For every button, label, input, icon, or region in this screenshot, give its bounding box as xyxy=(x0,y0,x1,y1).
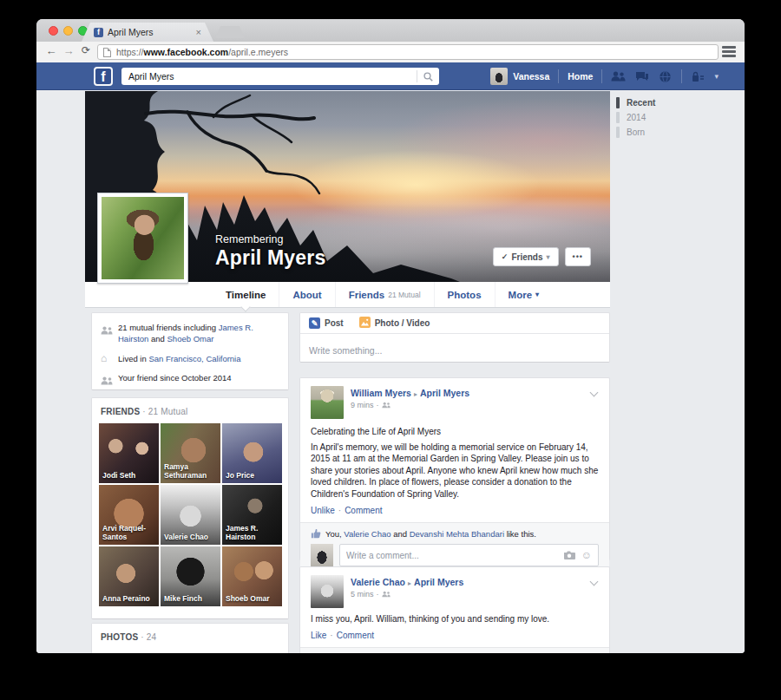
post-composer: ✎ Post Photo / Video xyxy=(299,312,610,363)
search-icon[interactable] xyxy=(417,70,439,82)
comment-input[interactable] xyxy=(346,551,558,560)
timeline-nav-recent[interactable]: Recent xyxy=(616,95,694,110)
profile-shortcut[interactable]: Vanessa xyxy=(490,68,549,85)
arrow-separator-icon: ▸ xyxy=(408,579,411,587)
likes-summary: William Myers likes this. xyxy=(300,648,609,653)
post-title: Celebrating the Life of April Myers xyxy=(311,427,599,436)
more-options-button[interactable]: ••• xyxy=(565,247,591,266)
user-avatar xyxy=(490,68,508,85)
unlike-link[interactable]: Unlike xyxy=(311,506,335,515)
tab-more[interactable]: More ▾ xyxy=(495,282,553,307)
browser-toolbar: ← → ⟳ https://www.facebook.com/april.e.m… xyxy=(36,42,745,62)
privacy-shortcuts-icon[interactable] xyxy=(691,69,706,84)
close-window-button[interactable] xyxy=(49,26,58,36)
facebook-header: f Vanessa Home xyxy=(36,62,745,90)
forward-button[interactable]: → xyxy=(61,44,76,57)
about-summary-box: 21 mutual friends including James R. Hai… xyxy=(91,312,289,390)
profile-picture[interactable] xyxy=(97,193,188,284)
url-bar[interactable]: https://www.facebook.com/april.e.meyers xyxy=(97,44,719,60)
remembering-label: Remembering xyxy=(215,233,325,245)
chevron-down-icon: ▾ xyxy=(547,253,550,261)
tab-title: April Myers xyxy=(108,27,193,37)
post-menu-chevron-icon[interactable] xyxy=(590,578,599,586)
profile-picture-image xyxy=(102,197,184,279)
facebook-logo[interactable]: f xyxy=(94,67,113,86)
friend-tile[interactable]: Mike Finch xyxy=(161,546,220,606)
author-link[interactable]: Valerie Chao xyxy=(351,577,405,587)
comment-link[interactable]: Comment xyxy=(345,506,382,515)
post-valerie-chao: Valerie Chao▸April Myers 5 mins · I miss… xyxy=(299,566,610,653)
friends-status-button[interactable]: ✓ Friends ▾ xyxy=(493,247,559,266)
friend-tile[interactable]: Valerie Chao xyxy=(161,485,220,545)
timestamp[interactable]: 5 mins xyxy=(351,590,374,599)
author-avatar[interactable] xyxy=(311,386,344,419)
composer-photo-tab[interactable]: Photo / Video xyxy=(359,317,430,330)
reload-button[interactable]: ⟳ xyxy=(78,44,94,56)
post-menu-chevron-icon[interactable] xyxy=(590,389,599,397)
minimize-window-button[interactable] xyxy=(63,26,73,36)
tab-close-icon[interactable]: × xyxy=(196,27,201,37)
chevron-down-icon: ▾ xyxy=(535,291,539,298)
write-something-input[interactable] xyxy=(309,345,601,356)
post-byline: Valerie Chao▸April Myers xyxy=(351,575,463,587)
post-body: I miss you, April. William, thinking of … xyxy=(311,613,599,625)
url-text: https://www.facebook.com/april.e.meyers xyxy=(116,47,288,57)
post-meta: 5 mins · xyxy=(351,590,463,599)
timestamp[interactable]: 9 mins xyxy=(351,401,374,409)
tab-timeline[interactable]: Timeline xyxy=(213,282,279,307)
settings-caret-icon[interactable]: ▾ xyxy=(714,72,719,81)
friends-privacy-icon xyxy=(382,591,390,598)
timeline-nav-2014[interactable]: 2014 xyxy=(616,110,694,125)
author-avatar[interactable] xyxy=(311,575,344,608)
search-input[interactable] xyxy=(121,71,417,82)
browser-tab[interactable]: f April Myers × xyxy=(82,23,213,42)
friend-requests-icon[interactable] xyxy=(611,69,626,84)
friend-tile[interactable]: Jodi Seth xyxy=(99,423,159,483)
like-thumb-icon xyxy=(311,528,321,539)
friend-tile[interactable]: Arvi Raquel-Santos xyxy=(99,485,159,545)
browser-window: f April Myers × ← → ⟳ https://www.facebo… xyxy=(36,19,745,653)
tab-about[interactable]: About xyxy=(279,282,334,307)
profile-name: April Myers xyxy=(215,246,325,270)
friend-since-row: Your friend since October 2014 xyxy=(101,372,279,389)
commenter-avatar[interactable] xyxy=(311,544,333,566)
friend-tile[interactable]: James R. Hairston xyxy=(222,485,282,545)
city-link[interactable]: San Francisco, California xyxy=(148,354,240,363)
author-link[interactable]: William Myers xyxy=(351,388,411,398)
post-actions: Like·Comment xyxy=(311,631,599,640)
friend-tile[interactable]: Ramya Sethuraman xyxy=(161,423,220,483)
friend-tile[interactable]: Jo Price xyxy=(222,423,282,483)
user-name: Vanessa xyxy=(513,71,549,82)
notifications-globe-icon[interactable] xyxy=(658,69,673,84)
timeline-nav-born[interactable]: Born xyxy=(616,125,694,140)
tab-friends[interactable]: Friends 21 Mutual xyxy=(335,282,434,307)
new-tab-button[interactable] xyxy=(215,26,245,38)
profile-tabs: Timeline About Friends 21 Mutual Photos … xyxy=(85,282,610,308)
friend-tile[interactable]: Anna Peraino xyxy=(99,546,159,606)
camera-icon[interactable] xyxy=(564,551,575,559)
friends-box: FRIENDS · 21 Mutual Jodi Seth Ramya Seth… xyxy=(91,397,289,619)
like-link[interactable]: Like xyxy=(311,631,326,640)
back-button[interactable]: ← xyxy=(43,44,59,57)
emoji-icon[interactable]: ☺ xyxy=(581,550,592,560)
home-icon: ⌂ xyxy=(101,353,118,364)
composer-post-tab[interactable]: ✎ Post xyxy=(309,317,344,329)
browser-menu-icon[interactable] xyxy=(722,46,736,57)
mutual-friend-link[interactable]: Shoeb Omar xyxy=(167,334,214,343)
target-link[interactable]: April Myers xyxy=(420,388,469,398)
messages-icon[interactable] xyxy=(634,69,649,84)
post-byline: William Myers▸April Myers xyxy=(351,386,469,398)
comment-link[interactable]: Comment xyxy=(337,631,374,640)
friends-privacy-icon xyxy=(382,402,390,409)
friends-icon xyxy=(101,322,118,345)
target-link[interactable]: April Myers xyxy=(414,577,463,587)
liker-link[interactable]: Devanshi Mehta Bhandari xyxy=(410,529,504,539)
friend-tile[interactable]: Shoeb Omar xyxy=(222,546,282,606)
home-link[interactable]: Home xyxy=(568,71,593,82)
liker-link[interactable]: Valerie Chao xyxy=(344,529,390,539)
facebook-page: Recent 2014 Born xyxy=(36,90,745,653)
check-icon: ✓ xyxy=(502,252,509,261)
post-actions: Unlike·Comment xyxy=(311,506,599,515)
photo-video-icon xyxy=(359,317,371,330)
tab-photos[interactable]: Photos xyxy=(434,282,495,307)
